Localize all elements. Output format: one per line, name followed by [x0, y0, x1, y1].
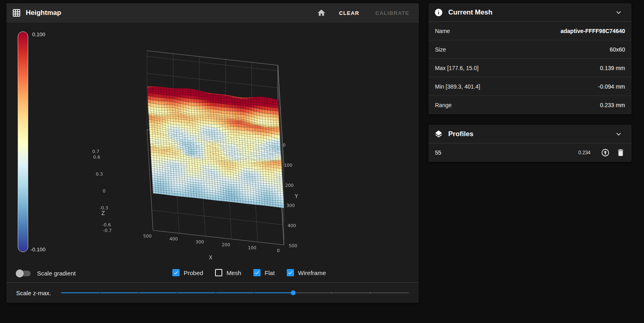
slider-thumb[interactable]	[291, 290, 296, 295]
grid-icon	[12, 8, 21, 17]
chevron-down-icon	[614, 8, 623, 17]
legend-max-label: 0.100	[32, 31, 46, 37]
color-scale-legend	[18, 31, 28, 252]
arrow-circle-up-icon	[601, 148, 610, 157]
load-profile-button[interactable]	[598, 145, 613, 160]
heightmap-header: Heightmap CLEAR CALIBRATE	[6, 3, 419, 23]
toggle-track[interactable]	[17, 271, 31, 276]
profile-row[interactable]: 55 0.234	[429, 143, 632, 162]
zmax-label: Scale z-max.	[16, 290, 56, 296]
mesh-row-max: Max [177.6, 15.0] 0.139 mm	[429, 59, 632, 77]
heightmap-plot-area: 0.100 -0.100 Scale gradient Probed Mesh …	[6, 23, 419, 282]
scale-gradient-toggle[interactable]: Scale gradient	[17, 270, 76, 277]
profile-name: 55	[435, 149, 578, 156]
clear-button[interactable]: CLEAR	[333, 6, 365, 20]
heightmap-panel: Heightmap CLEAR CALIBRATE 0.100 -0.100 S…	[6, 3, 419, 303]
profiles-title: Profiles	[448, 130, 606, 138]
checkbox-flat[interactable]: Flat	[253, 269, 275, 276]
info-icon	[434, 8, 443, 17]
checkbox-box	[253, 269, 261, 276]
trash-icon	[616, 148, 625, 157]
layers-icon	[434, 130, 443, 139]
zmax-row: Scale z-max.	[6, 282, 419, 303]
calibrate-button[interactable]: CALIBRATE	[370, 6, 415, 20]
display-options: Probed Mesh Flat Wireframe	[172, 269, 326, 276]
mesh-row-name: Name adaptive-FFFF98C74640	[429, 22, 632, 40]
toggle-knob[interactable]	[16, 269, 24, 277]
profiles-panel: Profiles 55 0.234	[429, 125, 632, 162]
current-mesh-panel: Current Mesh Name adaptive-FFFF98C74640 …	[429, 3, 632, 114]
mesh-row-min: Min [389.3, 401.4] -0.094 mm	[429, 77, 632, 96]
scale-gradient-label: Scale gradient	[37, 270, 76, 277]
checkbox-box	[172, 269, 180, 276]
home-icon	[317, 8, 326, 17]
checkbox-mesh[interactable]: Mesh	[215, 269, 241, 276]
collapse-profiles-button[interactable]	[611, 127, 626, 141]
heightmap-title: Heightmap	[26, 9, 61, 17]
page: { "heightmap": { "title": "Heightmap", "…	[0, 0, 644, 323]
chevron-down-icon	[614, 130, 623, 139]
collapse-current-mesh-button[interactable]	[611, 5, 626, 20]
mesh-row-size: Size 60x60	[429, 40, 632, 59]
checkbox-probed[interactable]: Probed	[172, 269, 203, 276]
profiles-header: Profiles	[429, 125, 632, 143]
checkbox-box	[287, 269, 294, 276]
zmax-slider[interactable]	[61, 286, 409, 299]
heightmap-3d-plot[interactable]	[6, 23, 419, 282]
checkbox-wireframe[interactable]: Wireframe	[287, 269, 326, 276]
current-mesh-title: Current Mesh	[448, 8, 606, 17]
home-button[interactable]	[314, 6, 329, 20]
legend-min-label: -0.100	[31, 246, 46, 253]
mesh-row-range: Range 0.233 mm	[429, 96, 632, 114]
profile-range-value: 0.234	[578, 150, 590, 155]
checkbox-box	[215, 269, 222, 276]
delete-profile-button[interactable]	[613, 145, 628, 160]
current-mesh-header: Current Mesh	[429, 3, 632, 22]
